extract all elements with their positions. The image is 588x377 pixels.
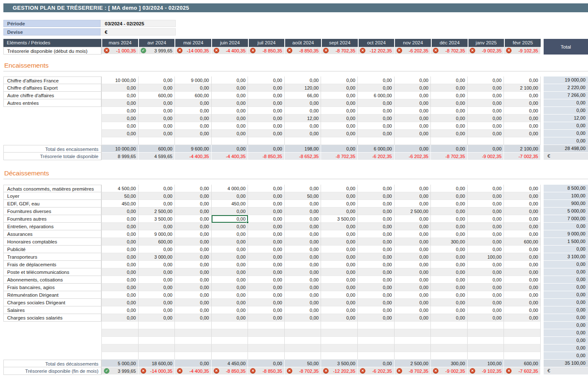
data-cell[interactable]: 0,00 — [175, 299, 212, 306]
data-cell[interactable]: 0,00 — [248, 306, 285, 314]
data-cell[interactable]: 0,00 — [395, 306, 431, 314]
data-cell[interactable]: 0,00 — [468, 246, 504, 253]
row-label[interactable]: Frais bancaires, agios — [3, 284, 101, 291]
data-cell[interactable]: 300,00 — [431, 238, 468, 246]
data-cell[interactable]: 0,00 — [175, 122, 212, 130]
data-cell[interactable]: 0,00 — [431, 208, 468, 215]
data-cell[interactable]: 0,00 — [101, 99, 139, 107]
data-cell[interactable]: 9 600,00 — [175, 145, 212, 153]
data-cell[interactable]: 0,00 — [395, 261, 431, 268]
data-cell[interactable]: ✕-8 702,35 — [285, 367, 321, 375]
data-cell[interactable] — [321, 337, 358, 344]
data-cell[interactable]: 0,00 — [212, 208, 248, 215]
data-cell[interactable]: 0,00 — [285, 200, 321, 208]
data-cell[interactable]: 0,00 — [175, 253, 212, 261]
data-cell[interactable]: 0,00 — [504, 107, 541, 115]
data-cell[interactable]: 0,00 — [431, 253, 468, 261]
data-cell[interactable]: 0,00 — [212, 230, 248, 238]
data-cell[interactable]: 0,00 — [358, 268, 395, 276]
data-cell[interactable]: 0,00 — [212, 306, 248, 314]
data-cell[interactable]: 0,00 — [175, 284, 212, 291]
data-cell[interactable]: -6 202,35 — [358, 153, 395, 160]
data-cell[interactable]: 0,00 — [285, 215, 321, 223]
data-cell[interactable]: -9 002,35 — [468, 153, 504, 160]
data-cell[interactable] — [468, 329, 504, 337]
data-cell[interactable]: 0,00 — [248, 253, 285, 261]
data-cell[interactable] — [321, 137, 358, 145]
data-cell[interactable]: 0,00 — [321, 314, 358, 322]
row-total-cell[interactable]: 9 000,00 — [544, 230, 588, 238]
data-cell[interactable]: ✕-9 102,35 — [468, 367, 504, 375]
data-cell[interactable]: 0,00 — [504, 200, 541, 208]
data-cell[interactable]: 0,00 — [431, 192, 468, 200]
data-cell[interactable]: 0,00 — [321, 76, 358, 84]
data-cell[interactable]: 0,00 — [321, 284, 358, 291]
row-label[interactable]: Trésorerie disponible (début du mois) — [3, 47, 101, 55]
data-cell[interactable]: 0,00 — [248, 92, 285, 99]
data-cell[interactable]: 0,00 — [504, 230, 541, 238]
data-cell[interactable]: 0,00 — [175, 84, 212, 92]
data-cell[interactable]: -8 702,35 — [431, 153, 468, 160]
data-cell[interactable]: 0,00 — [101, 208, 139, 215]
data-cell[interactable]: ✓3 999,65 — [139, 47, 175, 55]
data-cell[interactable]: 0,00 — [248, 192, 285, 200]
data-cell[interactable]: 0,00 — [175, 314, 212, 322]
data-cell[interactable]: 0,00 — [248, 284, 285, 291]
data-cell[interactable] — [468, 137, 504, 145]
row-total-cell[interactable]: € — [544, 367, 588, 375]
data-cell[interactable]: 0,00 — [175, 246, 212, 253]
row-label[interactable]: Trésorerie disponible (fin de mois) — [3, 367, 101, 375]
row-total-cell[interactable]: 0,00 — [544, 329, 588, 337]
data-cell[interactable]: -8 702,35 — [321, 153, 358, 160]
data-cell[interactable]: 0,00 — [395, 200, 431, 208]
row-total-cell[interactable]: 2 220,00 — [544, 84, 588, 92]
data-cell[interactable]: 0,00 — [431, 306, 468, 314]
data-cell[interactable] — [504, 344, 541, 352]
data-cell[interactable]: 0,00 — [504, 192, 541, 200]
data-cell[interactable] — [248, 337, 285, 344]
data-cell[interactable]: 0,00 — [321, 306, 358, 314]
data-cell[interactable]: 0,00 — [139, 223, 175, 230]
data-cell[interactable]: 0,00 — [175, 360, 212, 367]
data-cell[interactable]: 0,00 — [431, 268, 468, 276]
data-cell[interactable]: 0,00 — [358, 122, 395, 130]
data-cell[interactable]: 0,00 — [358, 185, 395, 192]
data-cell[interactable]: 0,00 — [248, 84, 285, 92]
data-cell[interactable] — [101, 329, 139, 337]
data-cell[interactable]: 0,00 — [321, 107, 358, 115]
data-cell[interactable]: 0,00 — [358, 261, 395, 268]
data-cell[interactable]: 0,00 — [358, 76, 395, 84]
data-cell[interactable]: 0,00 — [248, 299, 285, 306]
data-cell[interactable]: 0,00 — [248, 145, 285, 153]
data-cell[interactable]: 0,00 — [139, 299, 175, 306]
row-label[interactable]: Rémunération Dirigeant — [3, 291, 101, 299]
data-cell[interactable]: 0,00 — [248, 223, 285, 230]
data-cell[interactable]: 0,00 — [285, 185, 321, 192]
data-cell[interactable]: 0,00 — [212, 99, 248, 107]
data-cell[interactable]: ✓3 999,65 — [101, 367, 139, 375]
data-cell[interactable]: 0,00 — [175, 99, 212, 107]
data-cell[interactable] — [395, 329, 431, 337]
data-cell[interactable]: 300,00 — [431, 360, 468, 367]
data-cell[interactable] — [248, 329, 285, 337]
data-cell[interactable]: 2 500,00 — [139, 208, 175, 215]
data-cell[interactable]: 0,00 — [175, 261, 212, 268]
data-cell[interactable]: 120,00 — [285, 84, 321, 92]
data-cell[interactable] — [321, 329, 358, 337]
data-cell[interactable]: 0,00 — [395, 215, 431, 223]
data-cell[interactable]: 0,00 — [321, 253, 358, 261]
data-cell[interactable]: 0,00 — [248, 268, 285, 276]
data-cell[interactable]: 0,00 — [321, 208, 358, 215]
data-cell[interactable] — [248, 137, 285, 145]
data-cell[interactable]: 12,00 — [285, 115, 321, 122]
data-cell[interactable]: 0,00 — [175, 306, 212, 314]
data-cell[interactable]: 0,00 — [468, 261, 504, 268]
data-cell[interactable]: 2 500,00 — [395, 360, 431, 367]
data-cell[interactable]: 0,00 — [468, 115, 504, 122]
data-cell[interactable]: 0,00 — [321, 276, 358, 284]
data-cell[interactable]: 450,00 — [101, 200, 139, 208]
data-cell[interactable]: 0,00 — [468, 223, 504, 230]
row-total-cell[interactable]: 0,00 — [544, 223, 588, 230]
data-cell[interactable]: 0,00 — [101, 299, 139, 306]
data-cell[interactable]: 0,00 — [431, 276, 468, 284]
